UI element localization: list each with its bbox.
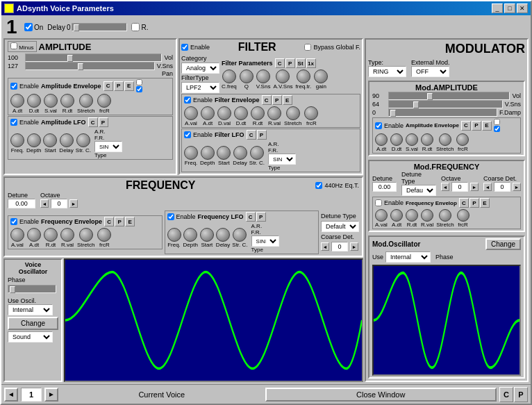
amp-env-p-btn[interactable]: P [114,81,124,91]
menv-frcr[interactable] [456,133,469,146]
mfenv-aval[interactable] [375,209,388,222]
flfo-type-select[interactable]: SINE [268,154,296,165]
mod-coarse-up[interactable]: ► [513,183,521,191]
mfenv-frcr[interactable] [457,209,469,222]
osc-phase-slider[interactable] [8,285,56,293]
fenv-p-btn[interactable]: P [272,95,282,105]
category-select[interactable]: Analog [181,63,219,74]
fenv-rval[interactable] [267,106,281,120]
menv-sval[interactable] [406,133,418,146]
filtertype-select[interactable]: LPF2 [181,82,219,93]
coarse-up-btn[interactable]: ► [350,242,358,251]
amp-env-l-check2[interactable] [136,86,142,92]
amp-env-adt-knob[interactable] [10,94,24,108]
octave-down-btn[interactable]: ◄ [40,199,49,208]
mfenv-c[interactable]: C [459,198,469,208]
amp-lfo-delay-knob[interactable] [60,133,74,147]
amp-env-sval-knob[interactable] [44,94,58,108]
fenv-e-btn[interactable]: E [283,95,292,105]
amp-lfo-c-btn[interactable]: C [88,117,98,127]
freq-env-enable[interactable] [10,218,17,225]
filter-avsns-knob[interactable] [276,69,290,83]
next-voice-btn[interactable]: ► [44,388,58,402]
filter-gain-knob[interactable] [314,69,328,83]
freqenv-c[interactable]: C [104,217,114,226]
sound-select[interactable]: Sound [8,331,53,342]
vol-slider[interactable] [25,53,162,62]
mod-coarse-down[interactable]: ◄ [483,183,492,191]
amp-env-enable-checkbox[interactable] [10,83,17,90]
osc-change-btn[interactable]: Change [8,317,58,330]
mod-amp-env-enable[interactable] [375,122,382,129]
fenv-frcr[interactable] [304,106,318,120]
bypass-checkbox[interactable] [304,44,311,51]
menv-l1[interactable] [494,119,500,125]
minus-checkbox[interactable] [10,42,17,49]
amp-env-frcr-knob[interactable] [97,94,111,108]
menv-c[interactable]: C [461,121,471,131]
amp-env-stretch-knob[interactable] [79,94,93,108]
fqenv-rval[interactable] [60,228,74,242]
mod-vsns-slider[interactable] [388,100,503,108]
menv-l2[interactable] [494,126,500,132]
flfo-start[interactable] [217,146,231,160]
filter-env-enable[interactable] [184,97,191,104]
fqlfo-strc[interactable] [233,228,247,242]
fqlfo-depth[interactable] [183,228,197,242]
det-type-select[interactable]: Default [321,221,359,232]
mod-osc-change-btn[interactable]: Change [485,238,521,250]
amp-lfo-enable-checkbox[interactable] [10,119,17,126]
amp-env-c-btn[interactable]: C [103,81,113,91]
fenv-c-btn[interactable]: C [262,95,272,105]
flfo-p-btn[interactable]: P [257,130,267,140]
flfo-freq[interactable] [184,146,198,160]
mod-vol-slider[interactable] [388,92,510,100]
mod-fdamp-slider[interactable] [388,108,497,117]
fenv-aval[interactable] [184,106,198,120]
mod-oct-down[interactable]: ◄ [441,183,449,191]
mfenv-stretch[interactable] [439,209,451,222]
prev-voice-btn[interactable]: ◄ [4,388,18,402]
vsns-slider[interactable] [25,62,155,70]
amp-lfo-start-knob[interactable] [43,133,57,147]
minimize-btn[interactable]: _ [492,3,503,13]
close-btn[interactable]: ✕ [517,3,528,13]
amp-lfo-strc-knob[interactable] [76,133,90,147]
amp-lfo-p-btn[interactable]: P [99,117,108,127]
fenv-ddt[interactable] [234,106,248,120]
fqenv-frcr[interactable] [97,228,111,242]
fqlfo-start[interactable] [200,228,214,242]
delay-slider[interactable] [72,23,127,31]
amp-lfo-type-select[interactable]: SINE [94,141,122,152]
mfenv-rdt[interactable] [406,209,418,222]
ext-mod-select[interactable]: OFF [411,66,449,77]
bottom-p-btn[interactable]: P [514,387,528,402]
use-oscil-select[interactable]: Internal [8,304,53,315]
filter-1x-btn[interactable]: 1x [306,58,316,68]
freqlfo-c[interactable]: C [246,212,256,222]
filter-c-btn[interactable]: C [275,58,285,68]
fqenv-aval[interactable] [10,228,24,242]
amp-env-e-btn[interactable]: E [124,81,134,91]
filter-enable-checkbox[interactable] [181,44,188,51]
mod-type-select[interactable]: RING [368,66,406,77]
coarse-down-btn[interactable]: ◄ [321,242,329,251]
flfo-depth[interactable] [201,146,215,160]
fqlfo-delay[interactable] [216,228,230,242]
menv-e[interactable]: E [482,121,492,131]
menv-rdt[interactable] [421,133,433,146]
fqenv-rdt[interactable] [44,228,58,242]
on-checkbox[interactable] [24,23,33,31]
filter-lfo-enable[interactable] [184,131,191,138]
fqenv-stretch[interactable] [79,228,93,242]
fenv-adt[interactable] [201,106,215,120]
amp-env-l-check1[interactable] [136,79,142,85]
freq-lfo-enable[interactable] [167,213,174,220]
mod-freq-env-enable[interactable] [375,199,382,206]
mod-det-type-select[interactable]: Default [401,185,436,196]
mfenv-p[interactable]: P [469,198,479,208]
flfo-c-btn[interactable]: C [247,130,256,140]
freqenv-e[interactable]: E [125,217,135,226]
fqlfo-type-select[interactable]: SINE [251,235,279,247]
menv-p[interactable]: P [472,121,481,131]
